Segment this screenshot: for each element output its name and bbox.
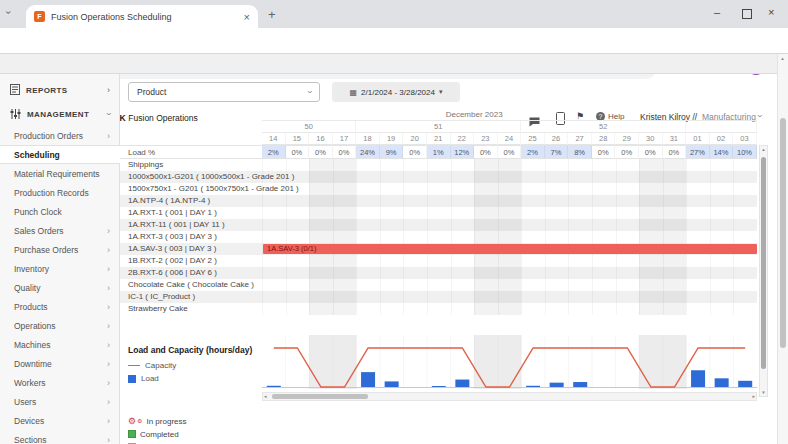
load-bar xyxy=(550,383,564,387)
load-percent-cell: 12% xyxy=(451,145,475,159)
week-header-row: 505152 xyxy=(262,121,757,133)
schedule-row[interactable]: IC-1 ( IC_Product ) xyxy=(120,291,757,303)
gears-icon: ⚙ xyxy=(128,416,136,426)
schedule-row-label: 1B.RXT-2 ( 002 | DAY 2 ) xyxy=(128,256,217,265)
sidebar-item-production-orders[interactable]: Production Orders› xyxy=(0,126,120,145)
chevron-right-icon: › xyxy=(107,85,110,95)
load-percent-cell: 27% xyxy=(686,145,710,159)
day-header: 25 xyxy=(521,133,545,145)
tab-close-icon[interactable]: × xyxy=(244,11,250,23)
day-header: 27 xyxy=(568,133,592,145)
sidebar-item-label: Sales Orders xyxy=(14,226,107,236)
schedule-row-label: 1A.RXT-11 ( 001 | DAY 11 ) xyxy=(128,220,225,229)
sidebar-item-devices[interactable]: Devices› xyxy=(0,411,120,430)
load-percent-cell: 9% xyxy=(380,145,404,159)
grid-horizontal-scrollbar[interactable]: ◂ ▸ xyxy=(262,392,757,401)
scrollbar-thumb[interactable] xyxy=(761,157,766,369)
scrollbar-thumb[interactable] xyxy=(272,394,368,399)
schedule-row[interactable]: Strawberry Cake xyxy=(120,303,757,315)
sidebar-item-users[interactable]: Users› xyxy=(0,392,120,411)
sidebar-item-operations[interactable]: Operations› xyxy=(0,316,120,335)
chevron-right-icon: › xyxy=(107,131,110,141)
window-maximize-button[interactable] xyxy=(742,9,752,19)
tab-search-chevron-icon[interactable]: › xyxy=(3,11,14,14)
sidebar-item-label: Production Records xyxy=(14,188,110,198)
schedule-row-label: 1000x500x1-G201 ( 1000x500x1 - Grade 201… xyxy=(128,172,294,181)
sidebar-item-label: Scheduling xyxy=(14,150,110,160)
sidebar-item-quality[interactable]: Quality› xyxy=(0,278,120,297)
scroll-right-icon[interactable]: ▸ xyxy=(752,393,755,400)
sidebar-item-material-requirements[interactable]: Material Requirements xyxy=(0,164,120,183)
sidebar-item-scheduling[interactable]: Scheduling xyxy=(0,145,120,164)
load-capacity-chart xyxy=(262,335,757,390)
scrollbar-thumb[interactable] xyxy=(780,118,786,348)
chevron-down-icon: › xyxy=(104,113,114,116)
day-header: 01 xyxy=(686,133,710,145)
scroll-down-icon[interactable]: ▼ xyxy=(760,390,767,395)
grid-vertical-scrollbar[interactable]: ▲ ▼ xyxy=(759,145,768,397)
day-header: 02 xyxy=(710,133,734,145)
sidebar-section-management[interactable]: MANAGEMENT › xyxy=(0,104,120,124)
schedule-rows: Shippings1000x500x1-G201 ( 1000x500x1 - … xyxy=(120,159,757,315)
load-percent-row-label: Load % xyxy=(120,145,262,159)
product-select[interactable]: Product › xyxy=(128,82,320,102)
schedule-row[interactable]: Shippings xyxy=(120,159,757,171)
schedule-row[interactable]: 1A.RXT-3 ( 003 | DAY 3 ) xyxy=(120,231,757,243)
load-percent-cell: 0% xyxy=(498,145,522,159)
load-percent-cell: 10% xyxy=(733,145,757,159)
schedule-row-label: 1A.RXT-3 ( 003 | DAY 3 ) xyxy=(128,232,217,241)
schedule-row[interactable]: 1500x750x1 - G201 ( 1500x750x1 - Grade 2… xyxy=(120,183,757,195)
schedule-row[interactable]: 1A.NTP-4 ( 1A.NTP-4 ) xyxy=(120,195,757,207)
schedule-row-label: 1500x750x1 - G201 ( 1500x750x1 - Grade 2… xyxy=(128,184,299,193)
schedule-row[interactable]: 1A.RXT-1 ( 001 | DAY 1 ) xyxy=(120,207,757,219)
page-scrollbar[interactable]: ▲ xyxy=(777,54,788,444)
schedule-row-label: Chocolate Cake ( Chocolate Cake ) xyxy=(128,280,254,289)
chart-title: Load and Capacity (hours/day) xyxy=(128,345,252,355)
load-bar xyxy=(715,378,729,387)
date-range-value: 2/1/2024 - 3/28/2024 xyxy=(361,88,435,97)
new-tab-button[interactable]: + xyxy=(268,7,276,22)
schedule-row[interactable]: Chocolate Cake ( Chocolate Cake ) xyxy=(120,279,757,291)
date-range-button[interactable]: ▦ 2/1/2024 - 3/28/2024 ▾ xyxy=(332,82,460,102)
schedule-row-label: 1A.RXT-1 ( 001 | DAY 1 ) xyxy=(128,208,217,217)
schedule-row[interactable]: 1000x500x1-G201 ( 1000x500x1 - Grade 201… xyxy=(120,171,757,183)
scroll-up-icon[interactable]: ▲ xyxy=(760,147,767,152)
sidebar-item-label: Users xyxy=(14,397,107,407)
sidebar-item-downtime[interactable]: Downtime› xyxy=(0,354,120,373)
legend-item-in-progress: ⚙⚙In progress xyxy=(128,416,187,426)
sidebar-item-products[interactable]: Products› xyxy=(0,297,120,316)
schedule-row[interactable]: 2B.RXT-6 ( 006 | DAY 6 ) xyxy=(120,267,757,279)
load-percent-cell: 7% xyxy=(545,145,569,159)
sidebar-item-workers[interactable]: Workers› xyxy=(0,373,120,392)
day-header: 17 xyxy=(333,133,357,145)
scroll-up-icon[interactable]: ▲ xyxy=(779,56,786,61)
sidebar-item-machines[interactable]: Machines› xyxy=(0,335,120,354)
day-header-row: 1415161718192021222324252627282930310102… xyxy=(262,133,757,145)
sidebar-item-label: Material Requirements xyxy=(14,169,110,179)
day-header: 31 xyxy=(663,133,687,145)
gantt-bar-1a-sav-3-0-1[interactable]: 1A.SAV-3 (0/1) xyxy=(263,244,757,254)
sidebar-item-sales-orders[interactable]: Sales Orders› xyxy=(0,221,120,240)
chevron-right-icon: › xyxy=(107,321,110,331)
sidebar-item-inventory[interactable]: Inventory› xyxy=(0,259,120,278)
sidebar-section-reports[interactable]: REPORTS › xyxy=(0,80,120,100)
schedule-row[interactable]: 1B.RXT-2 ( 002 | DAY 2 ) xyxy=(120,255,757,267)
sidebar-item-punch-clock[interactable]: Punch Clock xyxy=(0,202,120,221)
load-percent-cell: 8% xyxy=(568,145,592,159)
sidebar-item-production-records[interactable]: Production Records xyxy=(0,183,120,202)
window-close-button[interactable]: × xyxy=(768,6,774,18)
load-percent-cell: 2% xyxy=(521,145,545,159)
window-minimize-button[interactable]: – xyxy=(714,6,720,18)
sidebar-item-sections[interactable]: Sections› xyxy=(0,430,120,444)
browser-tab[interactable]: F Fusion Operations Scheduling × xyxy=(26,5,258,28)
load-percent-cell: 0% xyxy=(403,145,427,159)
chart-weekend-band xyxy=(498,335,522,389)
schedule-row[interactable]: 1A.RXT-11 ( 001 | DAY 11 ) xyxy=(120,219,757,231)
load-percent-cell: 0% xyxy=(615,145,639,159)
sliders-icon xyxy=(10,105,21,123)
load-percent-cell: 2% xyxy=(262,145,286,159)
scroll-left-icon[interactable]: ◂ xyxy=(264,393,267,400)
sidebar: REPORTS › MANAGEMENT › Production Orders… xyxy=(0,74,120,444)
sidebar-item-purchase-orders[interactable]: Purchase Orders› xyxy=(0,240,120,259)
tab-favicon-icon: F xyxy=(34,11,45,22)
